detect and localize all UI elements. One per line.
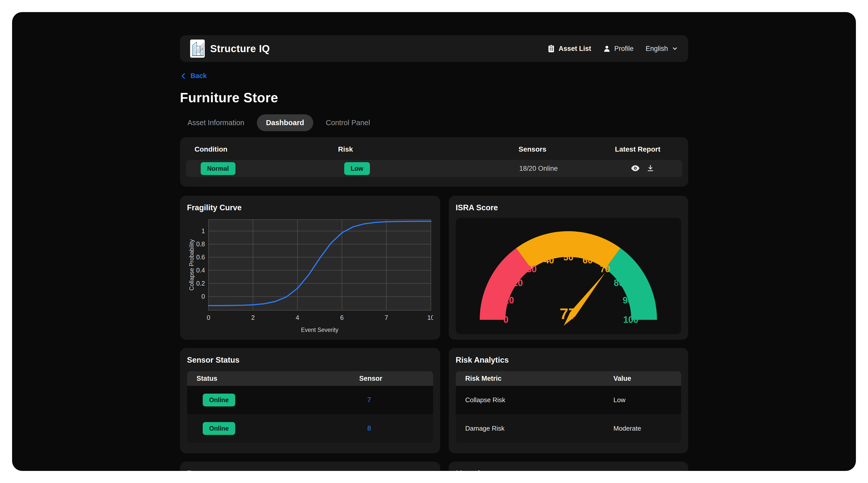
back-label: Back <box>191 72 207 80</box>
right-column: ISRA Score 010203040506070809010077 Risk… <box>449 196 688 471</box>
clipboard-icon <box>548 44 555 53</box>
risk-table-row: Damage Risk Moderate <box>456 414 681 443</box>
svg-text:40: 40 <box>544 255 554 265</box>
summary-header-sensors: Sensors <box>462 145 603 153</box>
sensor-id-link[interactable]: 8 <box>367 425 371 432</box>
summary-header-condition: Condition <box>180 145 321 153</box>
header-nav: Asset List Profile English <box>548 44 678 53</box>
sensor-header-status: Status <box>187 375 359 383</box>
isra-score-title: ISRA Score <box>456 203 681 212</box>
map-view-title: Map view <box>456 469 681 471</box>
svg-text:10: 10 <box>427 314 433 321</box>
tab-dashboard[interactable]: Dashboard <box>257 114 313 131</box>
svg-text:0.6: 0.6 <box>196 253 205 261</box>
sensor-status-badge: Online <box>203 422 236 435</box>
summary-header-row: Condition Risk Sensors Latest Report <box>180 145 688 153</box>
left-column: Fragility Curve 024671000.20.40.60.81Eve… <box>180 196 440 471</box>
report-card-title: Report <box>187 469 433 471</box>
risk-header-metric: Risk Metric <box>456 375 614 383</box>
svg-text:0: 0 <box>202 293 205 300</box>
view-report-eye-icon[interactable] <box>631 164 640 172</box>
risk-analytics-title: Risk Analytics <box>456 356 681 365</box>
svg-text:30: 30 <box>527 264 537 274</box>
svg-text:20: 20 <box>513 278 523 288</box>
language-selector[interactable]: English <box>646 45 678 53</box>
language-label: English <box>646 45 668 53</box>
sensor-table-header: Status Sensor <box>187 371 433 386</box>
sensor-status-table: Status Sensor Online 7 Online 8 <box>187 371 433 443</box>
svg-text:0.4: 0.4 <box>196 267 205 274</box>
summary-header-risk: Risk <box>321 145 462 153</box>
svg-text:7: 7 <box>384 314 388 321</box>
report-card: Report <box>180 461 440 471</box>
svg-text:6: 6 <box>340 314 343 321</box>
dashboard-grid: Fragility Curve 024671000.20.40.60.81Eve… <box>180 196 688 471</box>
latest-report-actions <box>631 164 654 172</box>
risk-analytics-table: Risk Metric Value Collapse Risk Low Dama… <box>456 371 681 443</box>
risk-table-header: Risk Metric Value <box>456 371 681 386</box>
profile-button[interactable]: Profile <box>603 45 633 53</box>
summary-data-row: Normal Low 18/20 Online <box>186 160 682 177</box>
app-title: Structure IQ <box>210 43 270 54</box>
risk-table-row: Collapse Risk Low <box>456 386 681 414</box>
risk-metric-value: Low <box>613 396 681 404</box>
isra-gauge-panel: 010203040506070809010077 <box>456 218 681 334</box>
chevron-down-icon <box>672 45 678 52</box>
risk-header-value: Value <box>613 375 681 383</box>
sensor-header-sensor: Sensor <box>359 375 433 383</box>
fragility-chart: 024671000.20.40.60.81Event SeverityColla… <box>187 216 433 336</box>
svg-text:0: 0 <box>207 314 210 321</box>
svg-text:77: 77 <box>560 305 577 322</box>
risk-badge: Low <box>344 162 370 175</box>
sensor-table-row: Online 7 <box>187 386 433 414</box>
sensor-id-link[interactable]: 7 <box>367 396 371 404</box>
app-logo <box>190 39 205 58</box>
sensor-status-card: Sensor Status Status Sensor Online 7 Onl… <box>180 348 440 453</box>
isra-score-card: ISRA Score 010203040506070809010077 <box>449 196 688 340</box>
back-link[interactable]: Back <box>180 72 207 80</box>
risk-metric-value: Moderate <box>613 425 681 432</box>
svg-text:0.2: 0.2 <box>196 280 205 287</box>
svg-text:50: 50 <box>563 252 574 263</box>
map-view-card: Map view <box>449 461 688 471</box>
svg-text:Collapse Probability: Collapse Probability <box>188 239 195 291</box>
tab-bar: Asset Information Dashboard Control Pane… <box>180 114 688 131</box>
svg-text:Event Severity: Event Severity <box>301 327 338 333</box>
svg-text:2: 2 <box>251 314 255 321</box>
condition-badge: Normal <box>201 162 236 175</box>
isra-gauge-svg: 010203040506070809010077 <box>459 218 678 334</box>
svg-text:60: 60 <box>583 255 593 265</box>
app-window: Structure IQ Asset List <box>12 12 856 471</box>
tab-asset-information[interactable]: Asset Information <box>180 114 252 131</box>
svg-text:80: 80 <box>614 278 624 288</box>
profile-label: Profile <box>614 45 633 53</box>
tab-control-panel[interactable]: Control Panel <box>318 114 378 131</box>
risk-analytics-card: Risk Analytics Risk Metric Value Collaps… <box>449 348 688 453</box>
download-report-icon[interactable] <box>646 164 654 172</box>
person-icon <box>603 45 611 52</box>
page-title: Furniture Store <box>180 90 688 105</box>
asset-list-label: Asset List <box>559 45 591 53</box>
summary-header-latest-report: Latest Report <box>603 145 688 153</box>
building-logo-icon <box>190 39 205 58</box>
sensors-online-value: 18/20 Online <box>468 165 609 173</box>
asset-list-button[interactable]: Asset List <box>548 44 591 53</box>
fragility-curve-svg: 024671000.20.40.60.81Event SeverityColla… <box>187 216 433 335</box>
sensor-table-row: Online 8 <box>187 414 433 443</box>
fragility-curve-card: Fragility Curve 024671000.20.40.60.81Eve… <box>180 196 440 340</box>
svg-text:10: 10 <box>504 295 514 305</box>
svg-text:1: 1 <box>202 228 205 235</box>
svg-text:70: 70 <box>600 264 610 274</box>
page-container: Structure IQ Asset List <box>180 35 688 471</box>
fragility-curve-title: Fragility Curve <box>187 203 433 212</box>
risk-metric-name: Damage Risk <box>456 425 614 432</box>
sensor-status-title: Sensor Status <box>187 356 433 365</box>
header-bar: Structure IQ Asset List <box>180 35 688 62</box>
svg-text:0: 0 <box>503 314 508 325</box>
asset-summary-card: Condition Risk Sensors Latest Report Nor… <box>180 137 688 187</box>
svg-text:100: 100 <box>623 314 638 325</box>
risk-metric-name: Collapse Risk <box>456 396 614 404</box>
chevron-left-icon <box>180 72 187 80</box>
svg-text:90: 90 <box>623 295 633 305</box>
svg-text:4: 4 <box>296 314 299 321</box>
